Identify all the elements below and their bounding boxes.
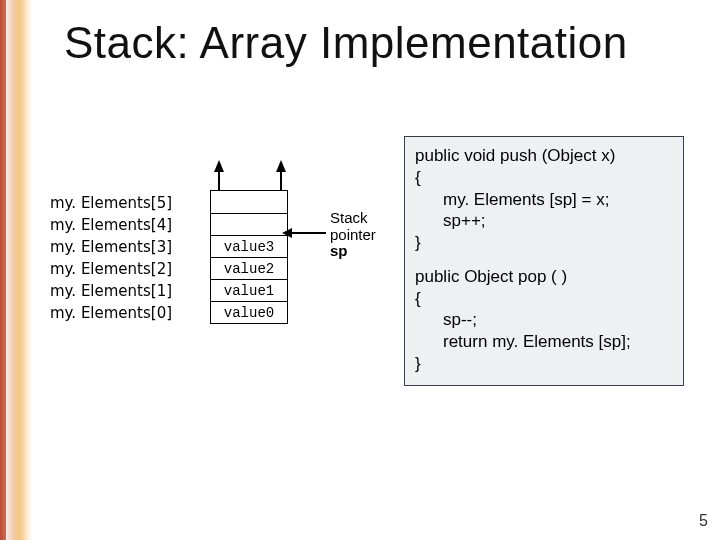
page-number: 5 bbox=[699, 512, 708, 530]
code-line: public Object pop ( ) bbox=[415, 266, 673, 288]
stack-diagram: my. Elements[5] my. Elements[4] my. Elem… bbox=[50, 160, 380, 380]
code-line: return my. Elements [sp]; bbox=[415, 331, 673, 353]
stack-array-box: value3 value2 value1 value0 bbox=[210, 190, 288, 324]
stack-cell: value1 bbox=[211, 279, 287, 301]
index-label: my. Elements[3] bbox=[50, 236, 195, 258]
sp-text-line2: pointer bbox=[330, 226, 376, 243]
arrow-stem bbox=[280, 172, 282, 190]
stack-cell: value2 bbox=[211, 257, 287, 279]
code-box: public void push (Object x) { my. Elemen… bbox=[404, 136, 684, 386]
code-line: sp--; bbox=[415, 309, 673, 331]
slide-title: Stack: Array Implementation bbox=[64, 20, 644, 66]
array-index-labels: my. Elements[5] my. Elements[4] my. Elem… bbox=[50, 192, 195, 324]
index-label: my. Elements[4] bbox=[50, 214, 195, 236]
stack-cell bbox=[211, 213, 287, 235]
index-label: my. Elements[1] bbox=[50, 280, 195, 302]
code-line: my. Elements [sp] = x; bbox=[415, 189, 673, 211]
index-label: my. Elements[5] bbox=[50, 192, 195, 214]
slide: Stack: Array Implementation my. Elements… bbox=[0, 0, 720, 540]
stack-cell: value3 bbox=[211, 235, 287, 257]
sp-name: sp bbox=[330, 242, 348, 259]
stack-pointer-label: Stack pointer sp bbox=[330, 210, 376, 260]
left-gradient-highlight bbox=[6, 0, 22, 540]
arrow-stem bbox=[218, 172, 220, 190]
code-line: { bbox=[415, 288, 673, 310]
code-line: } bbox=[415, 232, 673, 254]
code-line: } bbox=[415, 353, 673, 375]
sp-arrow-icon bbox=[292, 232, 326, 234]
stack-cell: value0 bbox=[211, 301, 287, 323]
arrow-up-icon bbox=[276, 160, 286, 172]
stack-cell bbox=[211, 191, 287, 213]
code-line: sp++; bbox=[415, 210, 673, 232]
arrow-up-icon bbox=[214, 160, 224, 172]
code-gap bbox=[415, 254, 673, 266]
index-label: my. Elements[0] bbox=[50, 302, 195, 324]
index-label: my. Elements[2] bbox=[50, 258, 195, 280]
code-line: public void push (Object x) bbox=[415, 145, 673, 167]
code-line: { bbox=[415, 167, 673, 189]
sp-text-line1: Stack bbox=[330, 209, 368, 226]
